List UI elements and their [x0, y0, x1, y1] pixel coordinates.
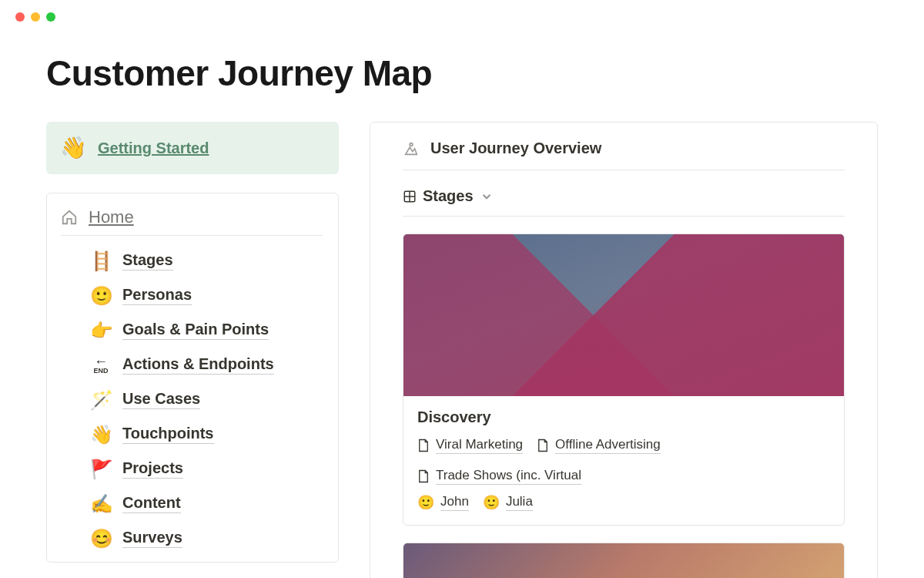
nav-label: Use Cases [122, 390, 200, 409]
card-cover-image [403, 234, 844, 396]
stages-view-tab[interactable]: Stages [403, 187, 845, 217]
home-label: Home [89, 207, 134, 227]
smile-icon: 🙂 [417, 494, 434, 511]
pointing-icon: 👉 [90, 321, 112, 340]
nav-label: Personas [122, 286, 192, 305]
persona-julia[interactable]: 🙂 Julia [483, 494, 533, 511]
nav-item-content[interactable]: ✍️ Content [90, 494, 323, 513]
window-controls [0, 0, 924, 22]
nav-label: Projects [122, 459, 183, 479]
tag-label: Viral Marketing [436, 437, 523, 454]
maximize-window-dot[interactable] [46, 12, 55, 22]
tag-trade-shows[interactable]: Trade Shows (inc. Virtual [417, 468, 581, 485]
nav-label: Surveys [122, 529, 182, 548]
page-title: Customer Journey Map [46, 52, 878, 94]
chevron-down-icon [480, 190, 494, 203]
nav-label: Touchpoints [122, 425, 214, 444]
wand-icon: 🪄 [90, 391, 112, 409]
page-icon [417, 439, 430, 452]
smile-icon: 🙂 [483, 494, 500, 511]
nav-item-touchpoints[interactable]: 👋 Touchpoints [90, 425, 323, 444]
close-window-dot[interactable] [15, 12, 25, 22]
nav-item-stages[interactable]: 🪜 Stages [90, 251, 323, 271]
nav-item-goals[interactable]: 👉 Goals & Pain Points [90, 321, 323, 340]
nav-item-personas[interactable]: 🙂 Personas [90, 286, 323, 305]
persona-name: John [440, 494, 469, 511]
tag-label: Trade Shows (inc. Virtual [436, 468, 581, 485]
nav-label: Stages [122, 251, 173, 271]
card-cover-image [403, 543, 844, 578]
nav-item-usecases[interactable]: 🪄 Use Cases [90, 390, 323, 409]
blush-icon: 😊 [90, 529, 112, 548]
end-arrow-icon: ← END [90, 355, 112, 375]
stage-card-discovery[interactable]: Discovery Viral Marketing [403, 234, 845, 526]
wave-icon: 👋 [60, 137, 87, 159]
stages-tab-label: Stages [423, 187, 474, 205]
page-icon [537, 439, 549, 452]
nav-list: 🪜 Stages 🙂 Personas 👉 Goals & Pain Point… [62, 251, 323, 548]
overview-header: User Journey Overview [403, 139, 845, 170]
nav-home[interactable]: Home [61, 207, 323, 236]
nav-label: Actions & Endpoints [122, 355, 274, 375]
svg-point-0 [410, 143, 413, 146]
main-panel: User Journey Overview Stages [370, 122, 878, 578]
nav-card: Home 🪜 Stages 🙂 Personas 👉 Goals & Pain … [46, 193, 339, 563]
persona-tags: 🙂 John 🙂 Julia [417, 494, 830, 511]
getting-started-link[interactable]: Getting Started [98, 139, 209, 157]
sidebar: 👋 Getting Started Home 🪜 Stages � [46, 122, 339, 578]
persona-john[interactable]: 🙂 John [417, 494, 469, 511]
nav-label: Goals & Pain Points [122, 321, 269, 340]
writing-icon: ✍️ [90, 495, 112, 513]
nav-item-projects[interactable]: 🚩 Projects [90, 459, 323, 479]
card-title: Discovery [417, 408, 830, 426]
overview-title: User Journey Overview [430, 139, 601, 157]
persona-name: Julia [506, 494, 533, 511]
board-icon [403, 190, 417, 203]
home-icon [61, 209, 78, 226]
smile-icon: 🙂 [90, 287, 112, 305]
minimize-window-dot[interactable] [31, 12, 40, 22]
nav-item-actions[interactable]: ← END Actions & Endpoints [90, 355, 323, 375]
tag-viral-marketing[interactable]: Viral Marketing [417, 437, 523, 454]
touchpoint-tags: Viral Marketing Offline Advertising [417, 437, 830, 485]
mountain-icon [403, 140, 420, 157]
tag-offline-advertising[interactable]: Offline Advertising [537, 437, 661, 454]
ladder-icon: 🪜 [90, 252, 112, 271]
wave-icon: 👋 [90, 425, 112, 444]
tag-label: Offline Advertising [555, 437, 661, 454]
stage-card-next[interactable] [403, 543, 845, 578]
nav-item-surveys[interactable]: 😊 Surveys [90, 529, 323, 548]
nav-label: Content [122, 494, 181, 513]
page-icon [417, 469, 430, 483]
getting-started-callout[interactable]: 👋 Getting Started [46, 122, 339, 174]
flag-icon: 🚩 [90, 460, 112, 479]
